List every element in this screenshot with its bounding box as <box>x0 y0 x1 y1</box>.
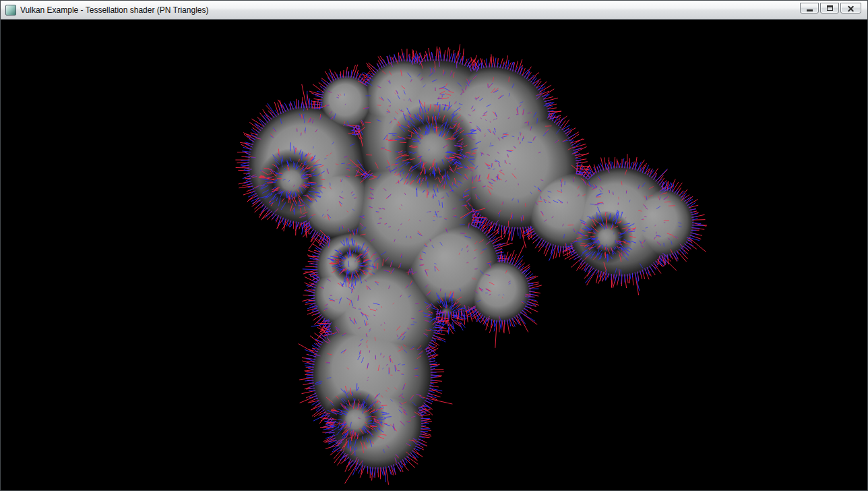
close-button[interactable] <box>840 3 861 13</box>
window-title: Vulkan Example - Tessellation shader (PN… <box>20 1 208 20</box>
viewport-canvas[interactable] <box>1 20 867 490</box>
application-window: Vulkan Example - Tessellation shader (PN… <box>0 0 868 491</box>
titlebar[interactable]: Vulkan Example - Tessellation shader (PN… <box>1 1 867 20</box>
maximize-icon <box>827 5 833 11</box>
minimize-icon <box>807 9 813 11</box>
application-icon[interactable] <box>5 5 16 16</box>
window-controls <box>800 3 864 13</box>
close-icon <box>847 5 855 12</box>
maximize-button[interactable] <box>820 3 839 13</box>
minimize-button[interactable] <box>800 3 819 13</box>
viewport[interactable] <box>1 20 867 490</box>
